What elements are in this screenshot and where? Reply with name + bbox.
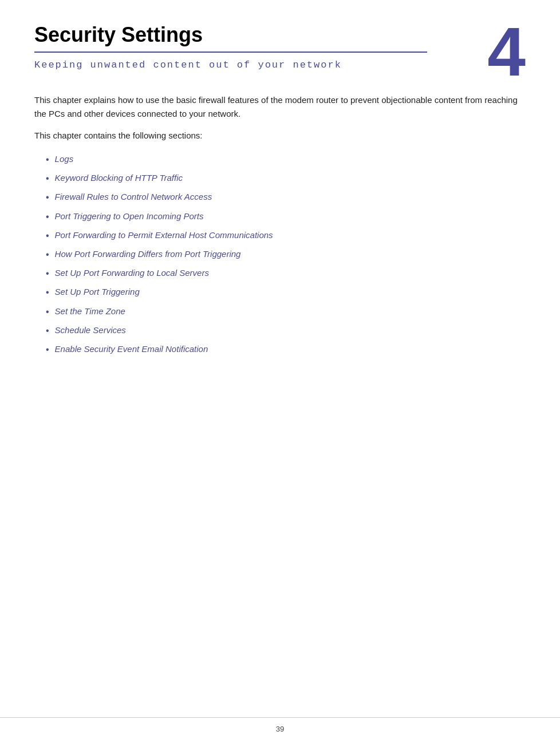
bullet-icon: • (46, 209, 49, 224)
toc-link-firewall-rules[interactable]: Firewall Rules to Control Network Access (55, 189, 212, 204)
list-item: •Enable Security Event Email Notificatio… (46, 342, 526, 357)
page-title: Security Settings (34, 23, 526, 47)
list-item: •Firewall Rules to Control Network Acces… (46, 189, 526, 205)
toc-list: •Logs•Keyword Blocking of HTTP Traffic•F… (46, 152, 526, 357)
list-item: •Schedule Services (46, 323, 526, 338)
toc-link-port-forwarding-external[interactable]: Port Forwarding to Permit External Host … (55, 228, 273, 243)
bullet-icon: • (46, 266, 49, 281)
list-item: •Keyword Blocking of HTTP Traffic (46, 171, 526, 186)
bullet-icon: • (46, 323, 49, 338)
list-item: •Set the Time Zone (46, 304, 526, 319)
list-item: •Port Forwarding to Permit External Host… (46, 228, 526, 243)
title-divider (34, 52, 427, 53)
bullet-icon: • (46, 247, 49, 262)
bullet-icon: • (46, 171, 49, 186)
page-footer: 39 (0, 717, 560, 734)
list-item: •Set Up Port Triggering (46, 284, 526, 300)
page-container: 4 Security Settings Keeping unwanted con… (0, 0, 560, 751)
list-item: •Set Up Port Forwarding to Local Servers (46, 266, 526, 281)
toc-link-port-triggering-open[interactable]: Port Triggering to Open Incoming Ports (55, 209, 204, 224)
toc-link-keyword-blocking[interactable]: Keyword Blocking of HTTP Traffic (55, 171, 183, 185)
bullet-icon: • (46, 152, 49, 167)
toc-link-set-up-port-forwarding[interactable]: Set Up Port Forwarding to Local Servers (55, 266, 209, 280)
bullet-icon: • (46, 284, 49, 300)
bullet-icon: • (46, 228, 49, 243)
toc-link-set-time-zone[interactable]: Set the Time Zone (55, 304, 125, 319)
toc-intro: This chapter contains the following sect… (34, 129, 526, 143)
toc-link-security-email[interactable]: Enable Security Event Email Notification (55, 342, 208, 357)
title-section: Security Settings Keeping unwanted conte… (34, 23, 526, 70)
list-item: •How Port Forwarding Differs from Port T… (46, 247, 526, 262)
toc-link-port-forwarding-differs[interactable]: How Port Forwarding Differs from Port Tr… (55, 247, 241, 262)
page-subtitle: Keeping unwanted content out of your net… (34, 60, 526, 70)
list-item: •Port Triggering to Open Incoming Ports (46, 209, 526, 224)
list-item: •Logs (46, 152, 526, 167)
toc-link-logs[interactable]: Logs (55, 152, 74, 167)
bullet-icon: • (46, 304, 49, 319)
bullet-icon: • (46, 189, 49, 205)
toc-link-schedule-services[interactable]: Schedule Services (55, 323, 126, 338)
intro-paragraph: This chapter explains how to use the bas… (34, 93, 526, 121)
page-number: 39 (276, 725, 284, 733)
bullet-icon: • (46, 342, 49, 357)
toc-link-set-up-port-triggering[interactable]: Set Up Port Triggering (55, 284, 140, 299)
chapter-number: 4 (487, 17, 526, 86)
